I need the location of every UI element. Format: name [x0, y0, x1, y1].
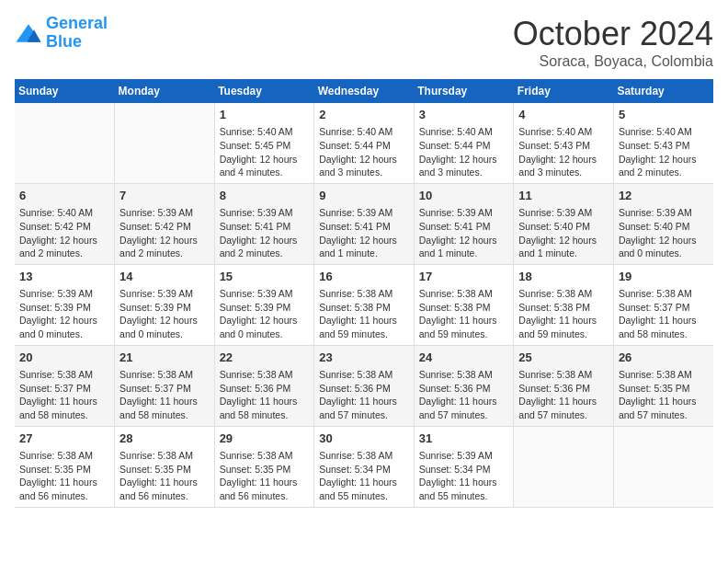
- week-row-3: 13Sunrise: 5:39 AM Sunset: 5:39 PM Dayli…: [15, 264, 713, 345]
- calendar-cell: 18Sunrise: 5:38 AM Sunset: 5:38 PM Dayli…: [514, 264, 614, 345]
- calendar-cell: 9Sunrise: 5:39 AM Sunset: 5:41 PM Daylig…: [314, 183, 415, 264]
- logo-icon: [15, 22, 42, 44]
- calendar-cell: 17Sunrise: 5:38 AM Sunset: 5:38 PM Dayli…: [414, 264, 514, 345]
- day-info: Sunrise: 5:38 AM Sunset: 5:38 PM Dayligh…: [419, 288, 497, 339]
- calendar-cell: 16Sunrise: 5:38 AM Sunset: 5:38 PM Dayli…: [314, 264, 415, 345]
- day-info: Sunrise: 5:39 AM Sunset: 5:39 PM Dayligh…: [119, 288, 198, 339]
- day-number: 23: [319, 350, 409, 366]
- weekday-header-friday: Friday: [514, 79, 614, 103]
- calendar-cell: 13Sunrise: 5:39 AM Sunset: 5:39 PM Dayli…: [15, 264, 115, 345]
- day-number: 21: [119, 350, 210, 366]
- day-info: Sunrise: 5:39 AM Sunset: 5:41 PM Dayligh…: [220, 207, 298, 259]
- calendar-cell: 28Sunrise: 5:38 AM Sunset: 5:35 PM Dayli…: [115, 426, 215, 507]
- calendar-cell: 11Sunrise: 5:39 AM Sunset: 5:40 PM Dayli…: [514, 183, 614, 264]
- day-number: 16: [319, 269, 409, 285]
- weekday-header-wednesday: Wednesday: [314, 79, 415, 103]
- calendar-cell: 30Sunrise: 5:38 AM Sunset: 5:34 PM Dayli…: [314, 426, 415, 507]
- calendar-cell: 24Sunrise: 5:38 AM Sunset: 5:36 PM Dayli…: [414, 345, 514, 426]
- day-number: 5: [619, 107, 709, 123]
- day-number: 17: [419, 269, 509, 285]
- day-info: Sunrise: 5:39 AM Sunset: 5:39 PM Dayligh…: [220, 288, 298, 339]
- location-title: Soraca, Boyaca, Colombia: [513, 53, 713, 70]
- day-number: 25: [518, 350, 609, 366]
- calendar-cell: 23Sunrise: 5:38 AM Sunset: 5:36 PM Dayli…: [314, 345, 415, 426]
- calendar-cell: 22Sunrise: 5:38 AM Sunset: 5:36 PM Dayli…: [214, 345, 314, 426]
- day-number: 26: [619, 350, 709, 366]
- day-info: Sunrise: 5:38 AM Sunset: 5:38 PM Dayligh…: [319, 288, 397, 339]
- calendar-cell: 4Sunrise: 5:40 AM Sunset: 5:43 PM Daylig…: [514, 103, 614, 183]
- day-number: 6: [19, 188, 109, 204]
- calendar-cell: 10Sunrise: 5:39 AM Sunset: 5:41 PM Dayli…: [414, 183, 514, 264]
- day-info: Sunrise: 5:40 AM Sunset: 5:43 PM Dayligh…: [518, 126, 597, 178]
- calendar-cell: 12Sunrise: 5:39 AM Sunset: 5:40 PM Dayli…: [613, 183, 713, 264]
- day-number: 30: [319, 431, 409, 447]
- title-area: October 2024 Soraca, Boyaca, Colombia: [513, 15, 713, 70]
- weekday-header-monday: Monday: [115, 79, 215, 103]
- weekday-header-thursday: Thursday: [414, 79, 514, 103]
- day-number: 29: [220, 431, 310, 447]
- day-info: Sunrise: 5:38 AM Sunset: 5:37 PM Dayligh…: [119, 369, 198, 420]
- weekday-header-sunday: Sunday: [15, 79, 115, 103]
- week-row-5: 27Sunrise: 5:38 AM Sunset: 5:35 PM Dayli…: [15, 426, 713, 507]
- calendar-cell: 15Sunrise: 5:39 AM Sunset: 5:39 PM Dayli…: [214, 264, 314, 345]
- day-info: Sunrise: 5:39 AM Sunset: 5:34 PM Dayligh…: [419, 450, 497, 501]
- calendar-table: SundayMondayTuesdayWednesdayThursdayFrid…: [15, 79, 713, 508]
- day-info: Sunrise: 5:38 AM Sunset: 5:35 PM Dayligh…: [19, 450, 97, 501]
- day-info: Sunrise: 5:38 AM Sunset: 5:35 PM Dayligh…: [619, 369, 697, 420]
- week-row-2: 6Sunrise: 5:40 AM Sunset: 5:42 PM Daylig…: [15, 183, 713, 264]
- page-header: General Blue October 2024 Soraca, Boyaca…: [15, 15, 713, 70]
- calendar-cell: 7Sunrise: 5:39 AM Sunset: 5:42 PM Daylig…: [115, 183, 215, 264]
- day-info: Sunrise: 5:38 AM Sunset: 5:36 PM Dayligh…: [419, 369, 497, 420]
- calendar-cell: 29Sunrise: 5:38 AM Sunset: 5:35 PM Dayli…: [214, 426, 314, 507]
- calendar-cell: [514, 426, 614, 507]
- day-info: Sunrise: 5:40 AM Sunset: 5:43 PM Dayligh…: [619, 126, 697, 178]
- day-info: Sunrise: 5:40 AM Sunset: 5:44 PM Dayligh…: [319, 126, 397, 178]
- week-row-1: 1Sunrise: 5:40 AM Sunset: 5:45 PM Daylig…: [15, 103, 713, 183]
- calendar-cell: 26Sunrise: 5:38 AM Sunset: 5:35 PM Dayli…: [613, 345, 713, 426]
- day-number: 20: [19, 350, 109, 366]
- day-info: Sunrise: 5:39 AM Sunset: 5:41 PM Dayligh…: [419, 207, 497, 259]
- calendar-cell: 2Sunrise: 5:40 AM Sunset: 5:44 PM Daylig…: [314, 103, 415, 183]
- week-row-4: 20Sunrise: 5:38 AM Sunset: 5:37 PM Dayli…: [15, 345, 713, 426]
- logo-line2: Blue: [46, 32, 82, 51]
- calendar-cell: [613, 426, 713, 507]
- day-number: 2: [319, 107, 409, 123]
- day-info: Sunrise: 5:38 AM Sunset: 5:36 PM Dayligh…: [220, 369, 298, 420]
- logo: General Blue: [15, 15, 108, 52]
- day-info: Sunrise: 5:38 AM Sunset: 5:36 PM Dayligh…: [319, 369, 397, 420]
- calendar-cell: 19Sunrise: 5:38 AM Sunset: 5:37 PM Dayli…: [613, 264, 713, 345]
- day-number: 7: [119, 188, 210, 204]
- day-info: Sunrise: 5:38 AM Sunset: 5:35 PM Dayligh…: [119, 450, 198, 501]
- calendar-cell: 6Sunrise: 5:40 AM Sunset: 5:42 PM Daylig…: [15, 183, 115, 264]
- day-number: 24: [419, 350, 509, 366]
- day-info: Sunrise: 5:38 AM Sunset: 5:38 PM Dayligh…: [518, 288, 597, 339]
- calendar-cell: 25Sunrise: 5:38 AM Sunset: 5:36 PM Dayli…: [514, 345, 614, 426]
- day-info: Sunrise: 5:38 AM Sunset: 5:34 PM Dayligh…: [319, 450, 397, 501]
- day-number: 18: [518, 269, 609, 285]
- calendar-cell: 14Sunrise: 5:39 AM Sunset: 5:39 PM Dayli…: [115, 264, 215, 345]
- day-number: 13: [19, 269, 109, 285]
- day-number: 14: [119, 269, 210, 285]
- calendar-cell: 21Sunrise: 5:38 AM Sunset: 5:37 PM Dayli…: [115, 345, 215, 426]
- calendar-cell: 31Sunrise: 5:39 AM Sunset: 5:34 PM Dayli…: [414, 426, 514, 507]
- day-number: 10: [419, 188, 509, 204]
- day-number: 28: [119, 431, 210, 447]
- day-info: Sunrise: 5:39 AM Sunset: 5:41 PM Dayligh…: [319, 207, 397, 259]
- day-number: 31: [419, 431, 509, 447]
- day-info: Sunrise: 5:40 AM Sunset: 5:44 PM Dayligh…: [419, 126, 497, 178]
- day-number: 22: [220, 350, 310, 366]
- calendar-cell: [115, 103, 215, 183]
- day-number: 9: [319, 188, 409, 204]
- calendar-cell: 27Sunrise: 5:38 AM Sunset: 5:35 PM Dayli…: [15, 426, 115, 507]
- weekday-header-row: SundayMondayTuesdayWednesdayThursdayFrid…: [15, 79, 713, 103]
- day-number: 4: [518, 107, 609, 123]
- calendar-cell: 20Sunrise: 5:38 AM Sunset: 5:37 PM Dayli…: [15, 345, 115, 426]
- calendar-cell: 1Sunrise: 5:40 AM Sunset: 5:45 PM Daylig…: [214, 103, 314, 183]
- day-number: 19: [619, 269, 709, 285]
- day-number: 3: [419, 107, 509, 123]
- day-info: Sunrise: 5:40 AM Sunset: 5:42 PM Dayligh…: [19, 207, 97, 259]
- day-info: Sunrise: 5:38 AM Sunset: 5:35 PM Dayligh…: [220, 450, 298, 501]
- day-number: 27: [19, 431, 109, 447]
- calendar-cell: [15, 103, 115, 183]
- weekday-header-tuesday: Tuesday: [214, 79, 314, 103]
